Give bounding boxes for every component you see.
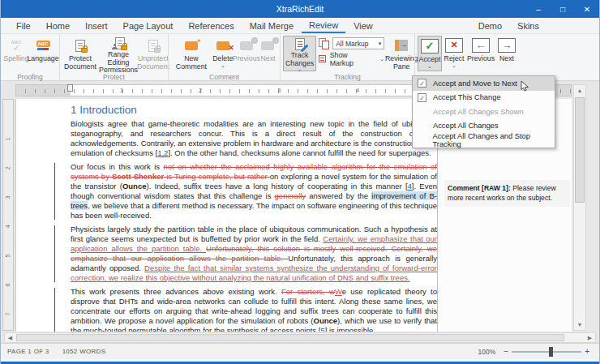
range-editing-label: Range Editing Permissions bbox=[99, 51, 138, 75]
previous-comment-button[interactable]: ↑ Previous bbox=[234, 36, 259, 71]
title-bar: XtraRichEdit – □ ✕ bbox=[1, 0, 599, 18]
close-icon[interactable]: ✕ bbox=[575, 0, 599, 18]
text-run: Our focus in this work is bbox=[71, 162, 163, 171]
menu-item[interactable]: ✓Accept This Change bbox=[413, 91, 555, 105]
ruler-number: 5 bbox=[4, 254, 11, 257]
spelling-button[interactable]: ABC✓ Spelling bbox=[3, 36, 29, 71]
ruler-number: 2 bbox=[4, 166, 11, 169]
ruler-number: 3 bbox=[4, 195, 11, 199]
vertical-ruler[interactable]: 1234567 bbox=[2, 99, 14, 331]
comment-block[interactable]: Comment [RAW 1]: Please review more rece… bbox=[444, 180, 570, 207]
horizontal-scrollbar[interactable]: ◀ ▶ bbox=[4, 332, 596, 343]
reject-chevron-icon[interactable]: ⌄ bbox=[452, 63, 456, 68]
text-run: This work presents three advances above … bbox=[71, 287, 281, 296]
tab-page-layout[interactable]: Page Layout bbox=[116, 18, 181, 33]
zoom-slider-thumb[interactable] bbox=[549, 347, 553, 357]
tab-references[interactable]: References bbox=[181, 18, 241, 33]
track-changes-chevron-icon[interactable]: ⌄ bbox=[298, 67, 302, 72]
zoom-slider[interactable] bbox=[512, 351, 581, 353]
tab-demo[interactable]: Demo bbox=[471, 18, 509, 33]
language-icon: ABC bbox=[36, 37, 50, 54]
delete-dropdown-chevron-icon[interactable]: ⌄ bbox=[221, 63, 225, 68]
menu-item-label: Accept All Changes bbox=[433, 122, 499, 130]
delete-comment-button[interactable]: ✕ Delete ⌄ bbox=[212, 36, 234, 71]
language-button[interactable]: ABC Language bbox=[29, 36, 57, 71]
tab-review[interactable]: Review bbox=[302, 18, 345, 33]
menu-item[interactable]: Accept All Changes Shown bbox=[413, 105, 555, 119]
range-editing-permissions-button[interactable]: Range Editing Permissions bbox=[98, 36, 139, 71]
vertical-scrollbar[interactable]: ▲ ▼ bbox=[573, 84, 586, 331]
spelling-label: Spelling bbox=[3, 55, 28, 63]
paragraph: This work presents three advances above … bbox=[71, 287, 437, 332]
citation-link[interactable]: 1,2 bbox=[157, 148, 168, 157]
reject-button[interactable]: ✕ Reject ⌄ bbox=[442, 36, 466, 71]
text-run: ] is impossible. bbox=[325, 326, 375, 332]
group-protect: Protect Document Range Editing Permissio… bbox=[59, 34, 168, 81]
accept-icon: ✓ bbox=[421, 38, 439, 54]
scroll-right-icon[interactable]: ▶ bbox=[585, 333, 595, 342]
previous-comment-label: Previous bbox=[233, 55, 260, 63]
text-run: Ounce bbox=[122, 182, 147, 191]
markup-docs-icon bbox=[319, 38, 330, 49]
scroll-up-icon[interactable]: ▲ bbox=[574, 85, 585, 96]
language-label: Language bbox=[27, 55, 58, 63]
app-window: XtraRichEdit – □ ✕ FileHomeInsertPage La… bbox=[0, 0, 600, 364]
menu-item[interactable]: ✓Accept and Move to Next bbox=[413, 76, 555, 91]
track-changes-icon bbox=[295, 38, 305, 50]
next-change-button[interactable]: → Next bbox=[495, 36, 518, 71]
group-proofing: ABC✓ Spelling ABC Language Proofing bbox=[1, 34, 59, 81]
tab-insert[interactable]: Insert bbox=[78, 18, 115, 33]
text-run: , we believe that a different method is … bbox=[71, 201, 437, 220]
menu-item[interactable]: Accept All Changes bbox=[413, 119, 555, 134]
accept-button[interactable]: ✓ Accept ⌄ bbox=[418, 36, 442, 71]
unprotect-document-button[interactable]: Unprotect Document bbox=[139, 36, 168, 71]
tab-mail-merge[interactable]: Mail Merge bbox=[242, 18, 301, 33]
tab-file[interactable]: File bbox=[9, 18, 38, 33]
document-text[interactable]: 1 Introduction Biologists agree that gam… bbox=[71, 101, 437, 332]
word-count: 1052 WORDS bbox=[62, 348, 106, 355]
reviewing-pane-button[interactable]: → Reviewing Pane bbox=[384, 36, 418, 71]
next-change-label: Next bbox=[499, 55, 514, 63]
tab-skins[interactable]: Skins bbox=[510, 18, 546, 33]
menu-item-label: Accept All Changes Shown bbox=[433, 108, 524, 116]
maximize-icon[interactable]: □ bbox=[551, 0, 575, 18]
reviewing-pane-icon: → bbox=[395, 37, 408, 54]
group-tracking: Track Changes ⌄ All Markup ▾ Show Markup… bbox=[280, 34, 414, 81]
ruler-number: 4 bbox=[4, 225, 11, 228]
horizontal-scroll-thumb[interactable] bbox=[16, 334, 564, 341]
tab-view[interactable]: View bbox=[346, 18, 380, 33]
protect-document-button[interactable]: Protect Document bbox=[62, 36, 98, 71]
accept-chevron-icon[interactable]: ⌄ bbox=[427, 64, 432, 69]
tab-home[interactable]: Home bbox=[39, 18, 77, 33]
ruler-number: 7 bbox=[4, 312, 11, 315]
accept-dropdown: ✓Accept and Move to Next✓Accept This Cha… bbox=[412, 75, 555, 148]
menu-check-icon bbox=[418, 122, 426, 131]
zoom-in-button[interactable]: + bbox=[581, 347, 593, 356]
show-markup-row[interactable]: Show Markup ⌄ bbox=[319, 51, 384, 66]
menu-item[interactable]: Accept All Changes and Stop Tracking bbox=[413, 133, 555, 148]
show-markup-label: Show Markup bbox=[330, 51, 371, 67]
zoom-out-button[interactable]: − bbox=[500, 347, 512, 356]
tracking-options: All Markup ▾ Show Markup ⌄ bbox=[319, 36, 384, 66]
page-indicator: PAGE 1 OF 3 bbox=[7, 348, 49, 355]
new-comment-button[interactable]: ✦ New Comment bbox=[171, 36, 212, 71]
window-title: XtraRichEdit bbox=[276, 4, 324, 14]
previous-change-button[interactable]: ← Previous bbox=[466, 36, 495, 71]
vertical-scroll-thumb[interactable] bbox=[575, 97, 585, 203]
ruler-number: 3 bbox=[277, 87, 281, 94]
text-run: W bbox=[335, 287, 342, 296]
reject-icon: ✕ bbox=[445, 37, 463, 54]
next-comment-label: Next bbox=[260, 55, 275, 63]
markup-combobox-value: All Markup bbox=[336, 40, 368, 48]
track-changes-button[interactable]: Track Changes ⌄ bbox=[283, 36, 316, 71]
next-comment-button[interactable]: ↓ Next bbox=[259, 36, 277, 71]
mouse-cursor-icon bbox=[521, 80, 529, 92]
scroll-down-icon[interactable]: ▼ bbox=[574, 319, 585, 330]
reviewing-pane-label: Reviewing Pane bbox=[385, 55, 418, 71]
new-comment-icon: ✦ bbox=[185, 37, 198, 54]
scroll-left-icon[interactable]: ◀ bbox=[5, 333, 15, 342]
markup-combobox[interactable]: All Markup ▾ bbox=[332, 37, 384, 49]
ribbon: ABC✓ Spelling ABC Language Proofing Prot… bbox=[1, 34, 599, 81]
indent-marker[interactable] bbox=[67, 84, 73, 92]
minimize-icon[interactable]: – bbox=[526, 0, 551, 18]
